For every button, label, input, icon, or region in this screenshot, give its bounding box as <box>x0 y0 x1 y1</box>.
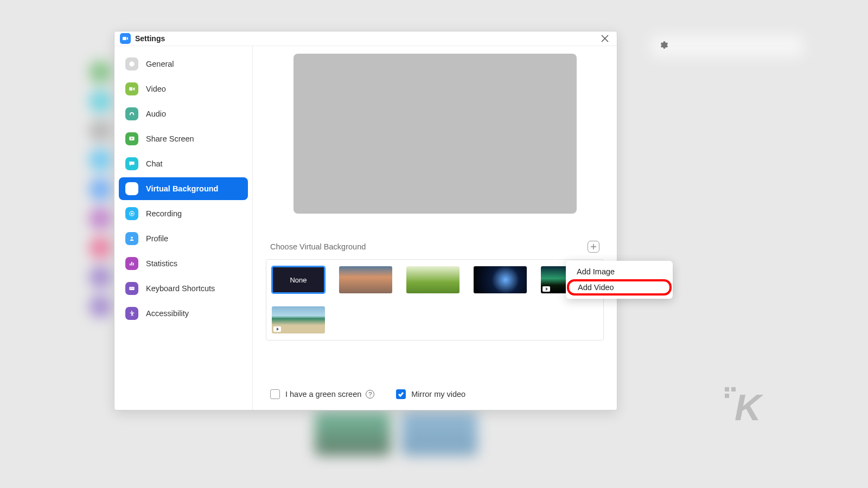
sidebar-item-label: Accessibility <box>146 309 189 318</box>
video-badge-icon <box>542 286 550 292</box>
audio-icon <box>125 107 138 120</box>
plus-icon <box>590 243 597 250</box>
sidebar-item-label: Share Screen <box>146 134 194 143</box>
settings-sidebar: General Video Audio Share Screen <box>114 46 253 410</box>
backgrounds-container: None <box>266 259 604 341</box>
recording-icon <box>125 207 138 220</box>
sidebar-item-label: Chat <box>146 159 163 168</box>
svg-point-0 <box>129 61 134 66</box>
sidebar-item-chat[interactable]: Chat <box>119 152 248 175</box>
sidebar-item-label: Video <box>146 85 166 93</box>
video-badge-icon <box>273 326 281 332</box>
background-thumbnails: None <box>272 266 598 333</box>
checkbox-box <box>396 389 406 399</box>
sidebar-item-statistics[interactable]: Statistics <box>119 252 248 275</box>
menu-item-add-video[interactable]: Add Video <box>567 279 672 296</box>
sidebar-item-label: Keyboard Shortcuts <box>146 284 215 293</box>
checkbox-box <box>270 389 280 399</box>
add-background-button[interactable] <box>588 241 599 253</box>
background-thumb-space[interactable] <box>474 266 527 293</box>
share-screen-icon <box>125 132 138 145</box>
svg-point-5 <box>131 213 133 215</box>
sidebar-item-profile[interactable]: Profile <box>119 227 248 250</box>
sidebar-item-virtual-background[interactable]: Virtual Background <box>119 177 248 200</box>
section-title: Choose Virtual Background <box>270 242 366 251</box>
sidebar-item-keyboard-shortcuts[interactable]: Keyboard Shortcuts <box>119 277 248 300</box>
help-icon[interactable]: ? <box>366 390 374 399</box>
mirror-label: Mirror my video <box>411 390 465 399</box>
none-label: None <box>290 276 307 284</box>
dialog-body: General Video Audio Share Screen <box>114 46 617 410</box>
menu-item-add-image[interactable]: Add Image <box>566 264 673 279</box>
dialog-header: Settings <box>114 31 617 46</box>
svg-rect-9 <box>131 288 132 288</box>
sidebar-item-label: General <box>146 60 174 68</box>
background-thumb-beach[interactable] <box>272 306 325 333</box>
add-background-menu: Add Image Add Video <box>566 261 673 299</box>
chat-icon <box>125 157 138 170</box>
mirror-video-checkbox[interactable]: Mirror my video <box>396 389 465 399</box>
background-thumb-grass[interactable] <box>406 266 459 293</box>
profile-icon <box>125 232 138 245</box>
sidebar-item-label: Virtual Background <box>146 184 218 193</box>
sidebar-item-recording[interactable]: Recording <box>119 202 248 225</box>
background-thumb-bridge[interactable] <box>339 266 392 293</box>
svg-point-6 <box>131 237 133 239</box>
accessibility-icon <box>125 307 138 320</box>
sidebar-item-share-screen[interactable]: Share Screen <box>119 127 248 150</box>
sidebar-item-label: Statistics <box>146 259 177 268</box>
svg-rect-10 <box>133 288 133 288</box>
green-screen-checkbox[interactable]: I have a green screen ? <box>270 389 374 399</box>
section-header: Choose Virtual Background <box>270 241 599 253</box>
sidebar-item-general[interactable]: General <box>119 53 248 75</box>
background-thumb-none[interactable]: None <box>272 266 325 293</box>
virtual-background-icon <box>125 182 138 195</box>
settings-dialog: Settings General Video <box>114 31 617 410</box>
video-preview <box>293 54 577 214</box>
close-icon <box>601 35 609 42</box>
svg-point-11 <box>131 311 132 312</box>
watermark: K <box>735 386 760 428</box>
keyboard-icon <box>125 282 138 295</box>
check-icon <box>398 391 404 397</box>
close-button[interactable] <box>598 32 611 45</box>
svg-rect-8 <box>130 288 131 288</box>
svg-point-3 <box>131 188 132 189</box>
gear-icon <box>659 40 668 52</box>
dialog-title: Settings <box>135 34 165 43</box>
sidebar-item-accessibility[interactable]: Accessibility <box>119 302 248 325</box>
general-icon <box>125 57 138 70</box>
statistics-icon <box>125 257 138 270</box>
settings-main: Choose Virtual Background None <box>253 46 617 410</box>
options-row: I have a green screen ? Mirror my video <box>266 389 604 399</box>
green-screen-label: I have a green screen <box>285 390 361 399</box>
sidebar-item-label: Recording <box>146 209 182 218</box>
sidebar-item-video[interactable]: Video <box>119 78 248 100</box>
sidebar-item-label: Audio <box>146 110 166 118</box>
video-icon <box>125 82 138 95</box>
app-icon <box>120 33 131 44</box>
sidebar-item-audio[interactable]: Audio <box>119 102 248 125</box>
sidebar-item-label: Profile <box>146 234 168 243</box>
